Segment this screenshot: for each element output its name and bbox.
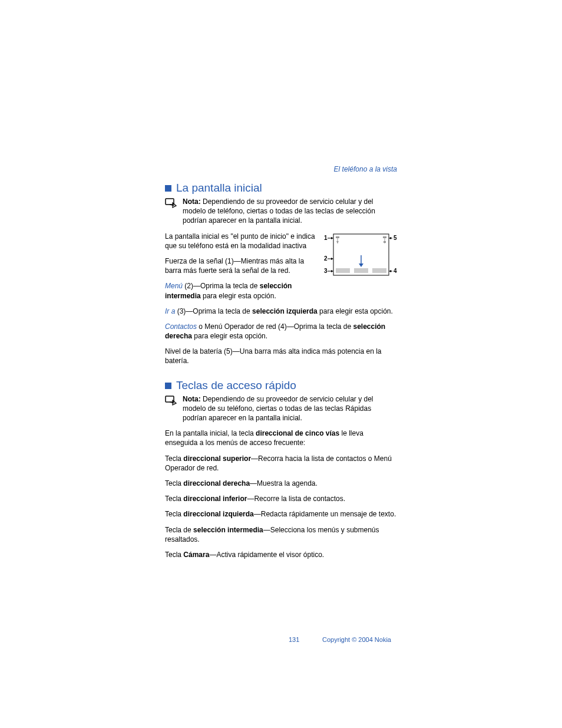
s1-p1: La pantalla inicial es "el punto de inic…: [165, 232, 317, 251]
svg-rect-3: [336, 236, 339, 238]
svg-marker-10: [359, 263, 363, 267]
diag-label-5: 5: [394, 235, 397, 241]
heading-teclas-acceso: Teclas de acceso rápido: [165, 379, 397, 392]
bullet-square-icon: [165, 185, 171, 192]
svg-marker-19: [331, 258, 333, 260]
note-block-2: Nota: Dependiendo de su proveedor de ser…: [165, 394, 397, 423]
s2-p3: Tecla direccional derecha—Muestra la age…: [165, 479, 397, 488]
svg-rect-6: [383, 236, 386, 238]
bullet-square-icon: [165, 383, 171, 389]
svg-marker-23: [389, 270, 391, 272]
ira-link: Ir a: [165, 307, 175, 315]
s2-p4-bold: direccional inferior: [183, 495, 247, 503]
s1-p4-b: para elegir esta opción.: [318, 307, 393, 315]
s1-p4: Ir a (3)—Oprima la tecla de selección iz…: [165, 307, 397, 316]
s1-p5-b: para elegir esta opción.: [192, 332, 267, 340]
screen-diagram: 1 5 2 3 4: [323, 232, 397, 281]
svg-rect-12: [354, 268, 368, 273]
s2-p7-bold: Cámara: [183, 551, 209, 559]
note-label: Nota:: [183, 395, 201, 403]
s2-p7-b: —Activa rápidamente el visor óptico.: [209, 551, 324, 559]
note-text-1: Nota: Dependiendo de su proveedor de ser…: [183, 197, 397, 226]
s2-p1-a: En la pantalla inicial, la tecla: [165, 429, 256, 437]
note-body: Dependiendo de su proveedor de servicio …: [183, 197, 375, 225]
svg-rect-8: [384, 241, 386, 243]
s2-p5-a: Tecla: [165, 510, 183, 518]
s1-p3: Menú (2)—Oprima la tecla de selección in…: [165, 281, 317, 300]
s2-p3-a: Tecla: [165, 479, 183, 487]
s2-p6: Tecla de selección intermedia—Selecciona…: [165, 525, 397, 544]
contactos-link: Contactos: [165, 322, 197, 331]
s1-p4-bold: selección izquierda: [252, 307, 318, 315]
s2-p4: Tecla direccional inferior—Recorre la li…: [165, 494, 397, 503]
s2-p5-bold: direccional izquierda: [183, 510, 253, 518]
heading-text: Teclas de acceso rápido: [176, 379, 296, 391]
header-section-link: El teléfono a la vista: [165, 165, 397, 173]
svg-marker-17: [389, 237, 391, 239]
s2-p1-bold: direccional de cinco vías: [256, 429, 339, 437]
s1-p5: Contactos o Menú Operador de red (4)—Opr…: [165, 322, 397, 341]
s1-p2: Fuerza de la señal (1)—Mientras más alta…: [165, 256, 317, 275]
svg-rect-13: [372, 268, 386, 273]
diag-label-2: 2: [324, 255, 328, 262]
note-icon: [165, 198, 177, 226]
diag-label-3: 3: [324, 268, 328, 274]
s2-p7-a: Tecla: [165, 551, 183, 559]
s2-p5: Tecla direccional izquierda—Redacta rápi…: [165, 509, 397, 519]
s2-p4-b: —Recorre la lista de contactos.: [247, 495, 345, 503]
menu-link: Menú: [165, 282, 183, 290]
s2-p2-bold: direccional superior: [183, 454, 251, 463]
heading-pantalla-inicial: La pantalla inicial: [165, 182, 397, 195]
s2-p2: Tecla direccional superior—Recorra hacia…: [165, 454, 397, 473]
s1-p3-b: para elegir esta opción.: [201, 292, 276, 300]
s2-p4-a: Tecla: [165, 495, 183, 503]
s2-p1: En la pantalla inicial, la tecla direcci…: [165, 429, 397, 447]
s2-p6-bold: selección intermedia: [193, 526, 263, 534]
note-body: Dependiendo de su proveedor de servicio …: [183, 395, 373, 422]
svg-marker-21: [331, 270, 333, 272]
page-footer: 131 Copyright © 2004 Nokia: [165, 636, 397, 643]
note-label: Nota:: [183, 197, 201, 206]
diag-label-1: 1: [324, 235, 328, 241]
s2-p2-a: Tecla: [165, 454, 183, 463]
s2-p5-b: —Redacta rápidamente un mensaje de texto…: [254, 510, 396, 518]
heading-text: La pantalla inicial: [176, 182, 262, 194]
s2-p6-a: Tecla de: [165, 526, 193, 534]
s1-p4-a: (3)—Oprima la tecla de: [175, 307, 252, 315]
svg-rect-11: [336, 268, 350, 273]
s1-p5-a: o Menú Operador de red (4)—Oprima la tec…: [197, 322, 353, 331]
s2-p3-b: —Muestra la agenda.: [250, 479, 318, 487]
svg-marker-5: [336, 241, 339, 243]
diag-label-4: 4: [394, 268, 397, 274]
page-number: 131: [289, 636, 299, 643]
copyright-text: Copyright © 2004 Nokia: [322, 636, 391, 643]
note-text-2: Nota: Dependiendo de su proveedor de ser…: [183, 394, 397, 423]
svg-marker-15: [331, 237, 333, 239]
s1-p6: Nivel de la batería (5)—Una barra más al…: [165, 347, 397, 365]
s2-p3-bold: direccional derecha: [183, 479, 250, 487]
note-icon: [165, 396, 177, 423]
s1-p3-a: (2)—Oprima la tecla de: [183, 282, 260, 290]
document-page: El teléfono a la vista La pantalla inici…: [0, 0, 562, 667]
s2-p7: Tecla Cámara—Activa rápidamente el visor…: [165, 550, 397, 559]
note-block-1: Nota: Dependiendo de su proveedor de ser…: [165, 197, 397, 226]
